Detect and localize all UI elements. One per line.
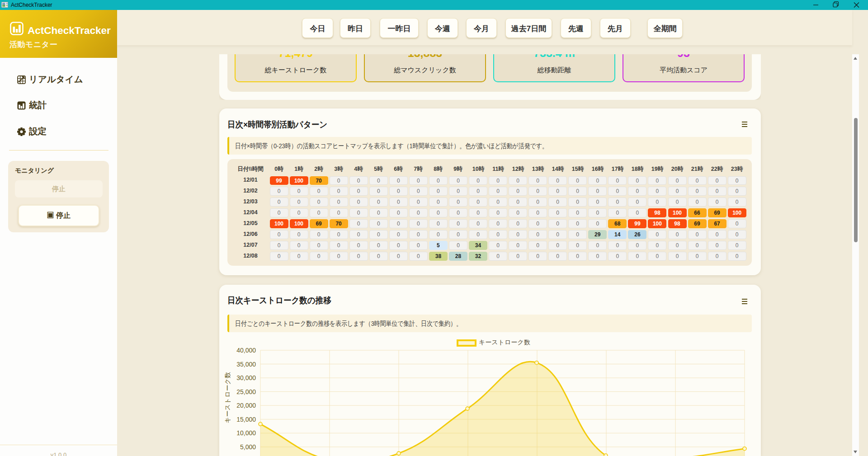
svg-text:30,000: 30,000 bbox=[236, 374, 256, 381]
svg-text:20,000: 20,000 bbox=[236, 402, 256, 409]
svg-text:5,000: 5,000 bbox=[240, 443, 256, 451]
svg-text:35,000: 35,000 bbox=[236, 361, 256, 368]
svg-text:25,000: 25,000 bbox=[236, 388, 256, 395]
svg-text:キーストローク数: キーストローク数 bbox=[224, 372, 231, 423]
svg-text:40,000: 40,000 bbox=[236, 347, 256, 354]
svg-text:15,000: 15,000 bbox=[236, 416, 256, 423]
svg-text:10,000: 10,000 bbox=[236, 429, 256, 437]
